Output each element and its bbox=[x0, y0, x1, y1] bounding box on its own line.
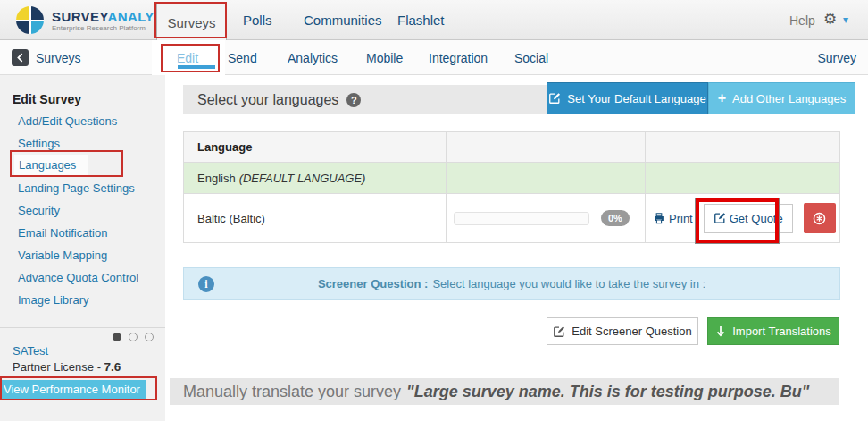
import-arrow-icon bbox=[715, 325, 726, 338]
tab-send[interactable]: Send bbox=[228, 51, 257, 65]
column-header-language: Language bbox=[184, 132, 447, 162]
edit-icon bbox=[714, 212, 726, 224]
gear-icon[interactable]: ⚙ bbox=[823, 11, 837, 29]
add-other-languages-button[interactable]: + Add Other Languages bbox=[708, 82, 855, 114]
back-button[interactable] bbox=[12, 49, 29, 66]
top-bar: SURVEYANALYTICS Enterprise Research Plat… bbox=[0, 0, 868, 40]
survey-name-quote: "Large survey name. This is for testing … bbox=[406, 383, 809, 401]
topnav-link-flashlet[interactable]: Flashlet bbox=[397, 0, 445, 40]
screener-info-bar: i Screener Question : Select language yo… bbox=[183, 267, 840, 300]
app-window: SURVEYANALYTICS Enterprise Research Plat… bbox=[0, 0, 868, 421]
caret-down-icon[interactable]: ▾ bbox=[843, 13, 848, 26]
sidebar-item-advance-quota-control[interactable]: Advance Quota Control bbox=[18, 271, 138, 284]
translation-progress-bar bbox=[454, 212, 589, 225]
pagination-dot[interactable] bbox=[129, 333, 138, 341]
tab-mobile[interactable]: Mobile bbox=[366, 51, 403, 65]
delete-language-button[interactable] bbox=[804, 203, 836, 233]
languages-table: Language English(DEFAULT LANGUAGE) Balti… bbox=[183, 131, 840, 243]
default-language-tag: (DEFAULT LANGUAGE) bbox=[239, 172, 366, 185]
sidebar-item-languages[interactable]: Languages bbox=[14, 155, 88, 175]
license-info: Partner License - 7.6 bbox=[13, 360, 121, 374]
sidebar-item-image-library[interactable]: Image Library bbox=[18, 293, 88, 307]
printer-icon bbox=[653, 213, 665, 224]
language-name: Baltic (Baltic) bbox=[184, 194, 447, 242]
sidebar-title: Edit Survey bbox=[13, 92, 81, 106]
license-version: 7.6 bbox=[104, 360, 121, 374]
table-row-baltic: Baltic (Baltic) 0% Print Get Quote bbox=[184, 194, 839, 242]
table-header-row: Language bbox=[184, 132, 839, 163]
tab-social[interactable]: Social bbox=[514, 51, 548, 65]
progress-badge: 0% bbox=[601, 210, 630, 226]
sidebar-item-email-notification[interactable]: Email Notification bbox=[18, 226, 107, 240]
page-title: Select your languages bbox=[197, 92, 338, 108]
edit-screener-question-button[interactable]: Edit Screener Question bbox=[547, 317, 698, 345]
breadcrumb-surveys[interactable]: Surveys bbox=[36, 51, 81, 65]
help-question-icon[interactable]: ? bbox=[346, 93, 361, 107]
get-quote-link[interactable]: Get Quote bbox=[704, 204, 793, 233]
language-name: English bbox=[197, 172, 236, 185]
sidebar-item-security[interactable]: Security bbox=[18, 204, 60, 217]
sidebar-divider bbox=[0, 327, 165, 328]
sidebar: Edit Survey Add/Edit Questions Settings … bbox=[0, 75, 165, 421]
pagination-dot-active[interactable] bbox=[113, 333, 121, 341]
topnav-tab-surveys[interactable]: Surveys bbox=[156, 4, 227, 40]
manual-translate-band: Manually translate your survey "Large su… bbox=[170, 378, 839, 405]
chevron-left-icon bbox=[15, 53, 25, 63]
manual-translate-text: Manually translate your survey bbox=[183, 383, 401, 401]
sidebar-item-add-edit-questions[interactable]: Add/Edit Questions bbox=[18, 114, 117, 128]
circled-asterisk-icon bbox=[812, 211, 827, 226]
account-name-link[interactable]: SATest bbox=[13, 344, 48, 358]
plus-icon: + bbox=[718, 90, 726, 106]
tab-analytics[interactable]: Analytics bbox=[288, 51, 338, 65]
table-row-default-language: English(DEFAULT LANGUAGE) bbox=[184, 163, 839, 194]
edit-icon bbox=[553, 325, 565, 338]
sidebar-item-variable-mapping[interactable]: Variable Mapping bbox=[18, 248, 107, 262]
tab-integration[interactable]: Integration bbox=[429, 51, 488, 65]
screener-label: Screener Question : bbox=[318, 277, 429, 290]
tab-edit[interactable]: Edit bbox=[177, 51, 198, 65]
set-default-language-button[interactable]: Set Your Default Language bbox=[547, 82, 708, 114]
tab-edit-underline bbox=[178, 65, 215, 69]
pagination-dots bbox=[113, 333, 154, 341]
print-link[interactable]: Print bbox=[653, 212, 693, 225]
sidebar-item-landing-page-settings[interactable]: Landing Page Settings bbox=[18, 181, 135, 195]
info-icon: i bbox=[198, 276, 214, 292]
screener-text: Select language you would like to take t… bbox=[432, 277, 705, 290]
topnav-link-communities[interactable]: Communities bbox=[304, 0, 382, 40]
help-link[interactable]: Help bbox=[789, 0, 815, 40]
import-translations-button[interactable]: Import Translations bbox=[707, 317, 839, 345]
pagination-dot[interactable] bbox=[145, 333, 154, 341]
survey-context-label: Survey bbox=[817, 51, 856, 65]
brand-logo-icon bbox=[16, 6, 44, 34]
view-performance-monitor-link[interactable]: View Performance Monitor bbox=[0, 380, 146, 399]
sidebar-item-settings[interactable]: Settings bbox=[18, 137, 60, 150]
edit-icon bbox=[548, 92, 561, 105]
topnav-link-polls[interactable]: Polls bbox=[243, 0, 272, 40]
